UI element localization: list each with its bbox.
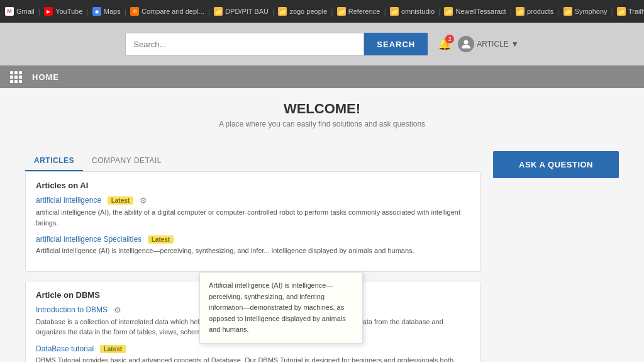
- tab-company-detail[interactable]: COMPANY DETAIL: [83, 151, 170, 171]
- gear-icon-dbms-1[interactable]: ⚙: [114, 305, 121, 315]
- gmail-icon: M: [5, 7, 14, 16]
- search-input-wrap: SEARCH: [125, 33, 428, 55]
- home-nav-label[interactable]: HOME: [32, 72, 59, 82]
- search-area: SEARCH 🔔 2 ARTICLE ▼: [0, 23, 644, 65]
- svg-point-0: [464, 40, 469, 45]
- welcome-section: WELCOME! A place where you can easily fi…: [0, 88, 644, 139]
- ask-question-button[interactable]: ASK A QUESTION: [493, 151, 619, 178]
- article-row-dbms-2: DataBase tutorial Latest DBMS Tutorial p…: [36, 344, 470, 362]
- tab-newell[interactable]: 📁 NewellTessaract: [444, 7, 506, 16]
- article-desc-dbms-2: DBMS Tutorial provides basic and advance…: [36, 355, 470, 362]
- badge-latest-ai-2: Latest: [148, 235, 174, 244]
- tooltip-box: Artificial intelligence (AI) is intellig…: [199, 272, 363, 344]
- article-link-ai-2[interactable]: artificial intelligence Specialities: [36, 235, 142, 244]
- tab-maps[interactable]: ◆ Maps: [92, 7, 121, 16]
- article-link-dbms-2[interactable]: DataBase tutorial: [36, 344, 94, 353]
- maps-icon: ◆: [92, 7, 101, 16]
- tab-compare[interactable]: ⚙ Compare and depl...: [130, 7, 204, 16]
- tab-trailheads-label: Trailheads: [628, 8, 644, 15]
- tab-gmail-label: Gmail: [16, 8, 35, 15]
- products-folder-icon: 📁: [516, 7, 525, 16]
- tab-compare-label: Compare and depl...: [142, 8, 204, 15]
- content-left: ARTICLES COMPANY DETAIL Articles on AI a…: [25, 151, 480, 362]
- main-content: ARTICLES COMPANY DETAIL Articles on AI a…: [0, 139, 644, 362]
- zogo-folder-icon: 📁: [278, 7, 287, 16]
- tab-symphony-label: Symphony: [575, 8, 608, 15]
- welcome-title: WELCOME!: [0, 101, 644, 117]
- tab-gmail[interactable]: M Gmail: [5, 7, 35, 16]
- content-right: ASK A QUESTION: [493, 151, 619, 362]
- tab-articles[interactable]: ARTICLES: [25, 151, 83, 171]
- notification-icon[interactable]: 🔔 2: [438, 37, 452, 51]
- article-link-ai-1[interactable]: artificial intelligence: [36, 196, 101, 205]
- tab-reference[interactable]: 📁 Reference: [337, 7, 380, 16]
- search-right: 🔔 2 ARTICLE ▼: [438, 36, 518, 52]
- article-row-ai-2: artificial intelligence Specialities Lat…: [36, 234, 470, 256]
- search-input[interactable]: [125, 33, 364, 55]
- gear-icon-ai-1[interactable]: ⚙: [140, 196, 147, 205]
- nav-bar: HOME: [0, 65, 644, 88]
- user-label: ARTICLE: [477, 40, 508, 48]
- tab-zogo[interactable]: 📁 zogo people: [278, 7, 327, 16]
- tab-products[interactable]: 📁 products: [516, 7, 553, 16]
- tab-newell-label: NewellTessaract: [455, 8, 506, 15]
- article-desc-ai-1: artificial intelligence (AI), the abilit…: [36, 207, 470, 228]
- trailheads-folder-icon: 📁: [617, 7, 626, 16]
- search-button[interactable]: SEARCH: [364, 33, 428, 55]
- user-menu-button[interactable]: ARTICLE ▼: [458, 36, 518, 52]
- tab-omnistudio-label: omnistudio: [401, 8, 435, 15]
- symphony-folder-icon: 📁: [564, 7, 572, 16]
- badge-latest-dbms-2: Latest: [100, 345, 126, 353]
- article-card-ai-title: Articles on AI: [36, 181, 470, 190]
- article-card-ai: Articles on AI artificial intelligence L…: [25, 171, 480, 272]
- badge-latest-ai-1: Latest: [108, 196, 133, 205]
- page-content: SEARCH 🔔 2 ARTICLE ▼ HOME WELCOME!: [0, 23, 644, 362]
- tab-youtube-label: YouTube: [55, 8, 82, 15]
- tab-maps-label: Maps: [104, 8, 121, 15]
- grid-menu-icon[interactable]: [10, 71, 22, 83]
- tab-youtube[interactable]: ▶ YouTube: [44, 7, 82, 16]
- tab-reference-label: Reference: [348, 8, 380, 15]
- reference-folder-icon: 📁: [337, 7, 346, 16]
- user-chevron-icon: ▼: [511, 40, 519, 48]
- tab-symphony[interactable]: 📁 Symphony: [564, 7, 608, 16]
- tooltip-text: Artificial intelligence (AI) is intellig…: [209, 281, 346, 333]
- tab-zogo-label: zogo people: [289, 8, 327, 15]
- browser-chrome: M Gmail | ▶ YouTube | ◆ Maps | ⚙ Compare…: [0, 0, 644, 23]
- user-avatar: [458, 36, 474, 52]
- youtube-icon: ▶: [44, 7, 53, 16]
- article-desc-ai-2: Artificial intelligence (AI) is intellig…: [36, 246, 470, 256]
- article-link-dbms-1[interactable]: Introduction to DBMS: [36, 305, 108, 314]
- article-row-ai-1: artificial intelligence Latest ⚙ artific…: [36, 195, 470, 228]
- welcome-subtitle: A place where you can easily find soluti…: [0, 120, 644, 128]
- omnistudio-folder-icon: 📁: [390, 7, 399, 16]
- notification-badge: 2: [445, 35, 454, 43]
- dpd-folder-icon: 📁: [214, 7, 223, 16]
- newell-folder-icon: 📁: [444, 7, 453, 16]
- tab-dpd-label: DPD/PIT BAU: [225, 8, 269, 15]
- tab-trailheads[interactable]: 📁 Trailheads: [617, 7, 644, 16]
- tab-omnistudio[interactable]: 📁 omnistudio: [390, 7, 435, 16]
- tab-products-label: products: [527, 8, 553, 15]
- compare-icon: ⚙: [130, 7, 139, 16]
- tabs-bar: ARTICLES COMPANY DETAIL: [25, 151, 480, 171]
- tab-dpd[interactable]: 📁 DPD/PIT BAU: [214, 7, 269, 16]
